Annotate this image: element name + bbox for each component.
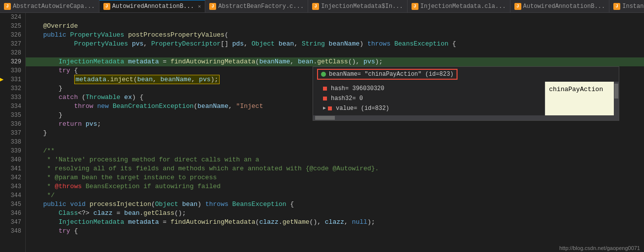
line-num-334: 334	[6, 102, 21, 111]
tab-label: AbstractAutowireCapa...	[13, 3, 95, 10]
method-name: postProcessPropertyValues	[128, 31, 225, 39]
type-bcex: BeanCreationException	[113, 102, 194, 110]
param-bean: bean	[278, 40, 294, 48]
tooltip-preview: chinaPayAction	[545, 82, 614, 115]
code-line-338	[26, 138, 644, 147]
kw-new: new	[97, 102, 108, 110]
dot-red-icon2	[323, 97, 327, 101]
tooltip-preview-text: chinaPayAction	[549, 86, 603, 93]
tooltip-header-box: beanName= "chinaPayAction" (id=823)	[317, 69, 458, 80]
code-line-341: * resolving all of its fields and method…	[26, 164, 644, 173]
param-bname4: beanName	[197, 102, 228, 110]
tooltip-scrollbar-h-thumb[interactable]	[315, 116, 335, 120]
tab-injection-metadata-in[interactable]: J InjectionMetadata$In...	[308, 0, 408, 12]
kw-throw: throw	[74, 102, 93, 110]
method-getname: getName	[282, 218, 310, 226]
tab-label: AutowiredAnnotationB...	[112, 3, 194, 10]
left-margin: ▶	[0, 13, 4, 252]
line-numbers: 324 325 326 327 328 329 330 331 332 333 …	[4, 13, 26, 252]
tab-abstract-autowire[interactable]: J AbstractAutowireCapa...	[0, 0, 99, 12]
at-throws: @throws	[55, 183, 82, 190]
tab-label: InjectionMetadata.cla...	[420, 3, 506, 10]
comment-end: */	[47, 192, 55, 199]
editor-container: ▶ 324 325 326 327 328 329 330 331 332 33…	[0, 13, 644, 252]
tooltip-popup: beanName= "chinaPayAction" (id=823) hash…	[313, 66, 619, 121]
java-icon: J	[613, 3, 620, 10]
line-num-342: 342	[6, 173, 21, 182]
yellow-highlight-inject: metadata.inject(bean, beanName, pvs);	[74, 75, 220, 84]
java-icon: J	[209, 3, 216, 10]
line-num-327: 327	[6, 40, 21, 49]
code-line-328	[26, 49, 644, 57]
code-line-340: * 'Native' processing method for direct …	[26, 155, 644, 164]
line-num-345: 345	[6, 200, 21, 209]
code-line-327: PropertyValues pvs, PropertyDescriptor[]…	[26, 40, 644, 49]
tooltip-scrollbar-thumb[interactable]	[614, 84, 618, 99]
param-meta2: metadata	[128, 218, 159, 226]
line-num-340: 340	[6, 155, 21, 164]
line-num-333: 333	[6, 93, 21, 102]
param-ex: ex	[124, 94, 132, 101]
line-num-330: 330	[6, 66, 21, 75]
tab-instantiation-aware[interactable]: J InstantiationAwareB...	[609, 0, 644, 12]
type-throwable: Throwable	[86, 94, 120, 101]
type-injmeta2: InjectionMetadata	[58, 218, 124, 226]
code-line-337: }	[26, 129, 644, 138]
execution-arrow: ▶	[0, 75, 3, 84]
tab-autowired-annotation-2[interactable]: J AutowiredAnnotationB...	[510, 0, 610, 12]
param-bean2: bean	[298, 58, 313, 65]
type-obj: Object	[252, 40, 275, 48]
param-beanname: beanName	[329, 40, 360, 48]
code-line-345: public void processInjection(Object bean…	[26, 200, 644, 209]
param-clazz2: clazz	[259, 218, 278, 226]
tree-item-hash-label: hash= 396030320	[331, 84, 384, 93]
param-bname3: beanName	[160, 76, 191, 83]
tree-item-value: ▶ value= (id=832)	[317, 103, 541, 113]
tooltip-tree: hash= 396030320 hash32= 0 ▶ value= (id=8…	[313, 82, 545, 115]
line-num-344: 344	[6, 191, 21, 200]
code-line-339: /**	[26, 147, 644, 155]
kw-null: null	[352, 218, 367, 226]
line-num-348: 348	[6, 227, 21, 236]
tree-item-value-label: value= (id=832)	[336, 104, 389, 113]
tooltip-scrollbar-horizontal[interactable]	[313, 115, 619, 120]
code-line-344: */	[26, 191, 644, 200]
code-line-325: @Override	[26, 22, 644, 31]
code-line-347: InjectionMetadata metadata = findAutowir…	[26, 218, 644, 227]
tab-bar: J AbstractAutowireCapa... J AutowiredAnn…	[0, 0, 644, 13]
tab-label: InstantiationAwareB...	[622, 3, 644, 10]
tab-autowired-annotation[interactable]: J AutowiredAnnotationB... ✕	[99, 0, 206, 12]
code-line-329: InjectionMetadata metadata = findAutowir…	[26, 57, 644, 66]
method-findauto2: findAutowiringMetadata	[171, 218, 256, 226]
tab-injection-metadata-cla[interactable]: J InjectionMetadata.cla...	[408, 0, 510, 12]
method-process-injection: processInjection	[90, 201, 151, 208]
java-icon: J	[103, 3, 110, 10]
param-bean5: bean	[182, 201, 197, 208]
tab-label: InjectionMetadata$In...	[321, 3, 403, 10]
type-str: String	[302, 40, 325, 48]
type-obj2: Object	[155, 201, 179, 208]
line-num-331: 331	[6, 75, 21, 84]
exc-beansexception: BeansException	[394, 40, 448, 48]
tree-item-hash32: hash32= 0	[317, 94, 541, 103]
line-num-324: 324	[6, 13, 21, 22]
tab-abstract-bean-factory[interactable]: J AbstractBeanFactory.c...	[205, 0, 308, 12]
tree-expand-arrow[interactable]: ▶	[323, 104, 326, 113]
kw-void: void	[70, 201, 86, 208]
param-pvs4: pvs	[86, 120, 97, 128]
comment-start: /**	[43, 147, 54, 154]
kw-throws2: throws	[205, 201, 229, 208]
type-pd: PropertyDescriptor	[151, 40, 221, 48]
tooltip-scrollbar-vertical[interactable]	[614, 82, 619, 115]
line-num-339: 339	[6, 147, 21, 155]
param-meta: metadata	[128, 58, 159, 65]
tooltip-header-text: beanName= "chinaPayAction" (id=823)	[329, 71, 454, 78]
code-metadata: metadata	[76, 76, 106, 83]
tab-close-icon[interactable]: ✕	[198, 3, 201, 9]
param-pds: pds	[232, 40, 244, 48]
param-clazz3: clazz	[325, 218, 344, 226]
java-icon: J	[412, 3, 418, 10]
param-clazz: clazz	[93, 209, 113, 217]
comment-native: * 'Native' processing method for direct …	[47, 156, 259, 163]
code-area[interactable]: @Override public PropertyValues postProc…	[26, 13, 644, 252]
